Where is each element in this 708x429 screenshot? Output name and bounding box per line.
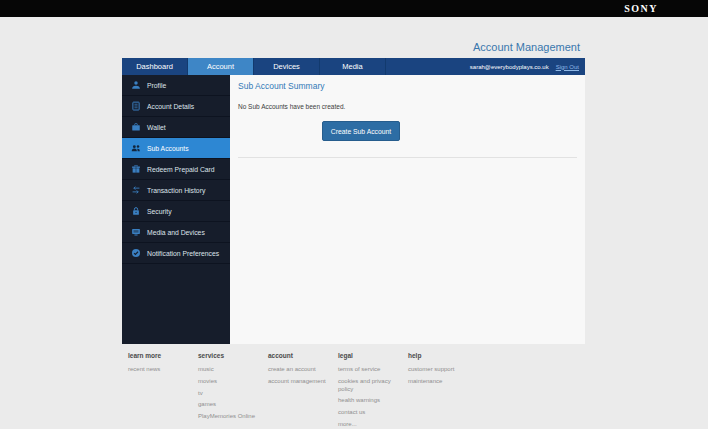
account-details-icon xyxy=(131,101,141,111)
footer-link-playmemories-online[interactable]: PlayMemories Online xyxy=(198,413,256,421)
tab-dashboard[interactable]: Dashboard xyxy=(122,58,188,75)
footer-link-games[interactable]: games xyxy=(198,401,256,409)
user-email: sarah@everybodyplays.co.uk xyxy=(470,64,549,70)
sidebar-item-label: Redeem Prepaid Card xyxy=(147,166,215,173)
sidebar: ProfileAccount DetailsWalletSub Accounts… xyxy=(122,75,230,344)
tab-devices[interactable]: Devices xyxy=(254,58,320,75)
sidebar-item-sub-accounts[interactable]: Sub Accounts xyxy=(122,138,230,159)
footer-heading: legal xyxy=(338,352,408,359)
footer-heading: services xyxy=(198,352,268,359)
footer-column-legal: legalterms of servicecookies and privacy… xyxy=(338,352,408,429)
footer-link-more-[interactable]: more... xyxy=(338,421,396,429)
footer-link-customer-support[interactable]: customer support xyxy=(408,366,466,374)
sidebar-item-label: Sub Accounts xyxy=(147,145,189,152)
tab-account[interactable]: Account xyxy=(188,58,254,75)
notification-preferences-icon xyxy=(131,248,141,258)
footer-link-movies[interactable]: movies xyxy=(198,378,256,386)
footer-column-account: accountcreate an accountaccount manageme… xyxy=(268,352,338,429)
sidebar-item-redeem-prepaid-card[interactable]: Redeem Prepaid Card xyxy=(122,159,230,180)
redeem-prepaid-card-icon xyxy=(131,164,141,174)
sidebar-item-label: Notification Preferences xyxy=(147,250,219,257)
footer-link-create-an-account[interactable]: create an account xyxy=(268,366,326,374)
media-devices-icon xyxy=(131,227,141,237)
content-separator xyxy=(238,157,577,158)
transaction-history-icon xyxy=(131,185,141,195)
sidebar-item-media-and-devices[interactable]: Media and Devices xyxy=(122,222,230,243)
footer-link-account-management[interactable]: account management xyxy=(268,378,326,386)
footer-heading: account xyxy=(268,352,338,359)
footer-link-contact-us[interactable]: contact us xyxy=(338,409,396,417)
tab-media[interactable]: Media xyxy=(320,58,386,75)
page-title: Account Management xyxy=(473,41,580,53)
sign-out-link[interactable]: Sign Out xyxy=(556,64,579,70)
security-icon xyxy=(131,206,141,216)
footer-link-cookies-and-privacy-policy[interactable]: cookies and privacy policy xyxy=(338,378,396,394)
footer-heading: learn more xyxy=(128,352,198,359)
footer-link-maintenance[interactable]: maintenance xyxy=(408,378,466,386)
wallet-icon xyxy=(131,122,141,132)
sidebar-item-label: Wallet xyxy=(147,124,166,131)
create-sub-account-button[interactable]: Create Sub Account xyxy=(322,121,400,141)
sidebar-item-label: Profile xyxy=(147,82,166,89)
footer-column-services: servicesmusicmoviestvgamesPlayMemories O… xyxy=(198,352,268,429)
footer-column-help: helpcustomer supportmaintenance xyxy=(408,352,478,429)
footer-column-learn-more: learn morerecent news xyxy=(128,352,198,429)
profile-icon xyxy=(131,80,141,90)
footer-link-music[interactable]: music xyxy=(198,366,256,374)
sony-logo: SONY xyxy=(624,3,658,14)
sidebar-item-profile[interactable]: Profile xyxy=(122,75,230,96)
sidebar-item-wallet[interactable]: Wallet xyxy=(122,117,230,138)
footer-link-tv[interactable]: tv xyxy=(198,390,256,398)
footer-link-health-warnings[interactable]: health warnings xyxy=(338,397,396,405)
main-content: Sub Account Summary No Sub Accounts have… xyxy=(230,75,585,344)
footer-heading: help xyxy=(408,352,478,359)
footer-link-terms-of-service[interactable]: terms of service xyxy=(338,366,396,374)
sidebar-item-label: Media and Devices xyxy=(147,229,205,236)
nav-tabs: DashboardAccountDevicesMedia xyxy=(122,58,386,75)
content-heading: Sub Account Summary xyxy=(238,81,324,91)
sidebar-item-account-details[interactable]: Account Details xyxy=(122,96,230,117)
nav-user-area: sarah@everybodyplays.co.uk Sign Out xyxy=(470,58,585,75)
footer: learn morerecent newsservicesmusicmovies… xyxy=(128,352,478,429)
sidebar-item-security[interactable]: Security xyxy=(122,201,230,222)
top-bar: SONY xyxy=(0,0,708,17)
footer-link-recent-news[interactable]: recent news xyxy=(128,366,186,374)
main-navbar: DashboardAccountDevicesMedia sarah@every… xyxy=(122,58,585,75)
sidebar-item-notification-preferences[interactable]: Notification Preferences xyxy=(122,243,230,264)
sidebar-item-transaction-history[interactable]: Transaction History xyxy=(122,180,230,201)
sidebar-item-label: Account Details xyxy=(147,103,194,110)
sidebar-item-label: Security xyxy=(147,208,172,215)
sub-accounts-icon xyxy=(131,143,141,153)
empty-message: No Sub Accounts have been created. xyxy=(238,103,345,110)
sidebar-item-label: Transaction History xyxy=(147,187,205,194)
